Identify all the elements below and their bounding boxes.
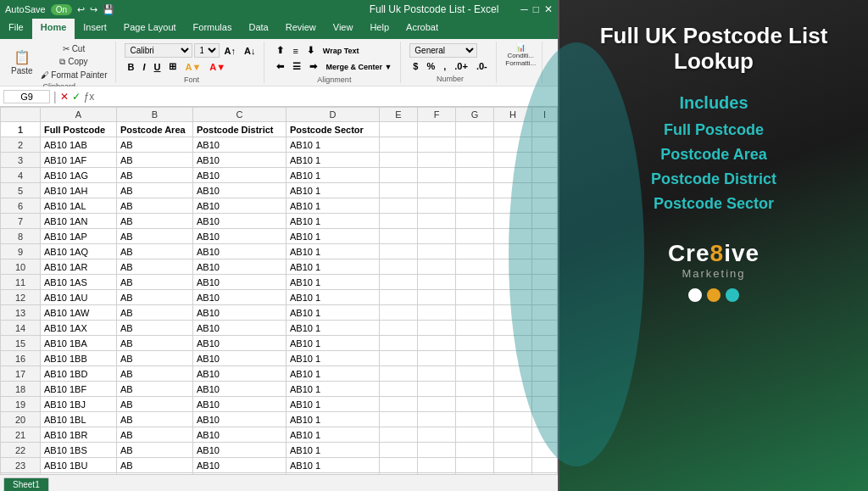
cell-empty-7-0[interactable]	[380, 214, 418, 229]
cell-14-2[interactable]: AB10	[193, 321, 287, 336]
cell-empty-6-2[interactable]	[456, 198, 494, 214]
cell-empty-12-2[interactable]	[456, 290, 494, 305]
underline-button[interactable]: U	[151, 60, 164, 74]
cell-9-2[interactable]: AB10	[193, 244, 287, 259]
cell-6-1[interactable]: AB	[117, 198, 193, 214]
cell-7-3[interactable]: AB10 1	[287, 214, 380, 229]
cell-empty-18-1[interactable]	[418, 382, 456, 397]
format-painter-button[interactable]: 🖌 Format Painter	[38, 70, 110, 81]
bold-button[interactable]: B	[125, 60, 138, 74]
cell-f1[interactable]	[418, 122, 456, 137]
cell-20-2[interactable]: AB10	[193, 412, 287, 427]
cell-20-0[interactable]: AB10 1BL	[41, 412, 117, 427]
cell-12-1[interactable]: AB	[117, 290, 193, 305]
col-header-d[interactable]: D	[287, 108, 380, 122]
cell-empty-16-0[interactable]	[380, 351, 418, 366]
cell-empty-5-2[interactable]	[456, 183, 494, 198]
cell-7-0[interactable]: AB10 1AN	[41, 214, 117, 229]
tab-help[interactable]: Help	[361, 19, 398, 39]
cell-9-1[interactable]: AB	[117, 244, 193, 259]
cell-22-2[interactable]: AB10	[193, 443, 287, 458]
percent-button[interactable]: %	[423, 59, 438, 73]
cell-empty-9-1[interactable]	[418, 244, 456, 259]
cell-empty-22-2[interactable]	[456, 443, 494, 458]
tab-home[interactable]: Home	[32, 19, 75, 39]
cell-7-2[interactable]: AB10	[193, 214, 287, 229]
cell-14-1[interactable]: AB	[117, 321, 193, 336]
cell-empty-24-1[interactable]	[418, 473, 456, 475]
align-center-button[interactable]: ☰	[289, 59, 304, 74]
cell-empty-3-1[interactable]	[418, 153, 456, 168]
cell-empty-23-0[interactable]	[380, 458, 418, 473]
cell-10-3[interactable]: AB10 1	[287, 259, 380, 275]
tab-formulas[interactable]: Formulas	[185, 19, 241, 39]
insert-function-icon[interactable]: ƒx	[84, 91, 95, 103]
cell-21-0[interactable]: AB10 1BR	[41, 427, 117, 443]
comma-button[interactable]: ,	[440, 59, 449, 73]
align-middle-button[interactable]: ≡	[289, 43, 301, 58]
undo-icon[interactable]: ↩	[77, 4, 85, 15]
cell-empty-18-0[interactable]	[380, 382, 418, 397]
cell-empty-16-1[interactable]	[418, 351, 456, 366]
cell-empty-19-0[interactable]	[380, 397, 418, 412]
cell-empty-9-0[interactable]	[380, 244, 418, 259]
cell-7-1[interactable]: AB	[117, 214, 193, 229]
cell-2-2[interactable]: AB10	[193, 137, 287, 153]
cell-empty-14-0[interactable]	[380, 321, 418, 336]
cell-20-1[interactable]: AB	[117, 412, 193, 427]
cell-empty-8-1[interactable]	[418, 229, 456, 244]
cell-empty-14-1[interactable]	[418, 321, 456, 336]
cell-16-1[interactable]: AB	[117, 351, 193, 366]
cell-4-2[interactable]: AB10	[193, 168, 287, 183]
cell-empty-19-1[interactable]	[418, 397, 456, 412]
number-format-select[interactable]: General	[409, 43, 477, 58]
cell-empty-17-1[interactable]	[418, 366, 456, 382]
cell-empty-20-1[interactable]	[418, 412, 456, 427]
font-color-button[interactable]: A▼	[206, 60, 229, 74]
cell-empty-7-2[interactable]	[456, 214, 494, 229]
cell-16-3[interactable]: AB10 1	[287, 351, 380, 366]
save-icon[interactable]: 💾	[103, 4, 114, 15]
cell-g1[interactable]	[456, 122, 494, 137]
cell-empty-23-3[interactable]	[494, 458, 532, 473]
cell-21-3[interactable]: AB10 1	[287, 427, 380, 443]
decrease-font-button[interactable]: A↓	[241, 44, 259, 58]
tab-data[interactable]: Data	[240, 19, 276, 39]
cell-21-2[interactable]: AB10	[193, 427, 287, 443]
cell-empty-22-1[interactable]	[418, 443, 456, 458]
cell-10-1[interactable]: AB	[117, 259, 193, 275]
fill-color-button[interactable]: A▼	[181, 60, 204, 74]
cell-empty-17-0[interactable]	[380, 366, 418, 382]
tab-insert[interactable]: Insert	[75, 19, 115, 39]
cell-14-0[interactable]: AB10 1AX	[41, 321, 117, 336]
cell-8-0[interactable]: AB10 1AP	[41, 229, 117, 244]
italic-button[interactable]: I	[139, 60, 148, 74]
cell-4-3[interactable]: AB10 1	[287, 168, 380, 183]
cell-22-1[interactable]: AB	[117, 443, 193, 458]
minimize-icon[interactable]: ─	[520, 3, 528, 15]
cell-13-2[interactable]: AB10	[193, 305, 287, 321]
cell-empty-21-0[interactable]	[380, 427, 418, 443]
cell-4-0[interactable]: AB10 1AG	[41, 168, 117, 183]
cell-empty-13-2[interactable]	[456, 305, 494, 321]
align-top-button[interactable]: ⬆	[273, 43, 287, 58]
cell-9-0[interactable]: AB10 1AQ	[41, 244, 117, 259]
col-header-e[interactable]: E	[380, 108, 418, 122]
cell-5-2[interactable]: AB10	[193, 183, 287, 198]
cell-empty-10-2[interactable]	[456, 259, 494, 275]
cell-5-3[interactable]: AB10 1	[287, 183, 380, 198]
cell-5-0[interactable]: AB10 1AH	[41, 183, 117, 198]
currency-button[interactable]: $	[409, 59, 421, 73]
cell-empty-4-1[interactable]	[418, 168, 456, 183]
cell-18-2[interactable]: AB10	[193, 382, 287, 397]
cell-empty-11-1[interactable]	[418, 275, 456, 290]
cell-13-0[interactable]: AB10 1AW	[41, 305, 117, 321]
confirm-formula-icon[interactable]: ✓	[72, 91, 81, 103]
cell-empty-24-2[interactable]	[456, 473, 494, 475]
cell-empty-15-1[interactable]	[418, 336, 456, 351]
cell-18-3[interactable]: AB10 1	[287, 382, 380, 397]
cell-19-1[interactable]: AB	[117, 397, 193, 412]
cell-6-3[interactable]: AB10 1	[287, 198, 380, 214]
cell-15-0[interactable]: AB10 1BA	[41, 336, 117, 351]
cell-empty-5-1[interactable]	[418, 183, 456, 198]
